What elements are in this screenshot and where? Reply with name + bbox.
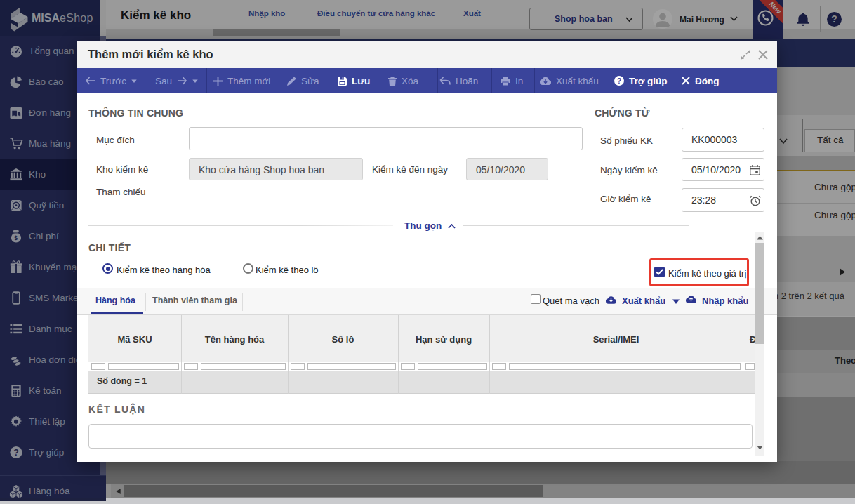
svg-text:?: ?: [617, 77, 621, 85]
